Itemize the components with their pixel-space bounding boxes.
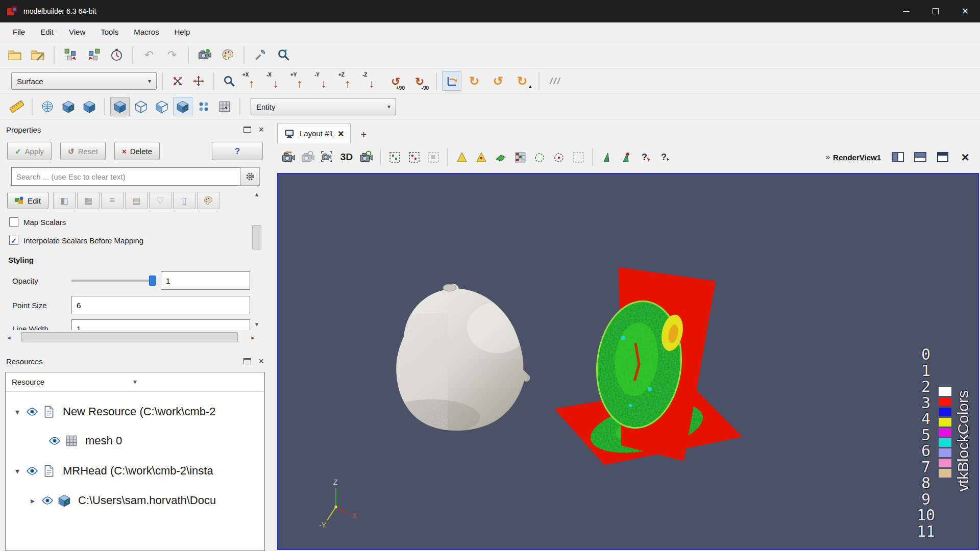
resource-label[interactable]: MRHead (C:\work\cmb-2\insta (63, 464, 213, 478)
select-cells-grid-button[interactable] (511, 148, 529, 166)
fit-data-button[interactable] (189, 71, 208, 91)
float-dock-icon[interactable] (243, 358, 251, 364)
tool-search-button[interactable] (250, 44, 271, 66)
scroll-right-icon[interactable]: ▸ (248, 334, 258, 341)
opacity-input[interactable] (161, 271, 250, 290)
select-entity-button[interactable] (215, 97, 234, 116)
timer-button[interactable] (106, 44, 127, 66)
edit-tool-table-button[interactable]: ▦ (77, 192, 100, 209)
menu-file[interactable]: File (5, 22, 33, 41)
capture-screenshot-button[interactable] (318, 148, 336, 166)
edit-tool-palette-button[interactable] (197, 192, 219, 209)
edit-button[interactable]: Edit (7, 192, 48, 209)
select-cells-rectangle-button[interactable] (385, 148, 404, 166)
select-frustum-cells-button[interactable] (424, 148, 443, 166)
visibility-eye-icon[interactable] (26, 465, 38, 477)
hover-points-query-button[interactable]: ? (656, 148, 674, 166)
reset-view-button[interactable] (168, 71, 187, 91)
open-recent-button[interactable] (27, 44, 48, 66)
search-input[interactable] (11, 167, 240, 186)
color-palette-button[interactable] (217, 44, 238, 66)
minimize-button[interactable] (891, 0, 921, 22)
menu-tools[interactable]: Tools (93, 22, 126, 41)
close-dock-icon[interactable]: × (258, 125, 264, 134)
reset-camera-button[interactable] (279, 148, 298, 166)
camera-minus-y-button[interactable]: -Y↓ (312, 71, 335, 91)
scroll-down-icon[interactable]: ▾ (255, 319, 259, 329)
menu-edit[interactable]: Edit (33, 22, 61, 41)
resource-column-header[interactable]: Resource (12, 378, 44, 386)
add-camera-button[interactable]: + (273, 44, 294, 66)
select-polygon-cells-button[interactable] (453, 148, 471, 166)
tree-row-image[interactable]: ▸ C:\Users\sam.horvath\Docu (6, 488, 264, 513)
zoom-to-box-button[interactable] (219, 71, 239, 91)
glyph-mode-button[interactable] (173, 97, 192, 116)
apply-button[interactable]: ✓Apply (7, 142, 52, 160)
open-file-button[interactable] (4, 44, 26, 66)
split-horizontal-button[interactable] (887, 148, 909, 166)
close-dock-icon[interactable]: × (258, 357, 264, 366)
render-viewport[interactable]: Z X -Y 0 1 2 3 4 5 6 7 8 9 10 11 (277, 173, 979, 550)
expander-icon[interactable]: ▾ (13, 407, 22, 417)
edit-tool-list-button[interactable]: ≡ (101, 192, 124, 209)
add-layout-tab-button[interactable]: + (355, 126, 373, 143)
map-scalars-checkbox[interactable] (9, 217, 18, 227)
head-isosurface[interactable] (383, 284, 530, 435)
select-points-rectangle-button[interactable] (405, 148, 423, 166)
orbit-pick-button[interactable]: ↻▴ (511, 71, 533, 91)
select-cells-lasso-button[interactable] (530, 148, 549, 166)
select-polygon-points-button[interactable] (472, 148, 491, 166)
scroll-left-icon[interactable]: ◂ (4, 334, 14, 341)
tree-row-new-resource[interactable]: ▾ New Resource (C:\work\cmb-2 (6, 399, 264, 424)
resource-label[interactable]: C:\Users\sam.horvath\Docu (78, 494, 216, 507)
close-button[interactable]: × (950, 0, 980, 22)
resource-label[interactable]: New Resource (C:\work\cmb-2 (63, 405, 216, 418)
chevron-down-icon[interactable]: ▾ (133, 378, 137, 386)
menu-macros[interactable]: Macros (126, 22, 166, 41)
hscroll-thumb[interactable] (21, 332, 238, 342)
menu-help[interactable]: Help (167, 22, 198, 41)
search-settings-button[interactable] (240, 167, 260, 186)
tree-row-mesh0[interactable]: mesh 0 (6, 428, 264, 454)
tree-row-mrhead[interactable]: ▾ MRHead (C:\work\cmb-2\insta (6, 458, 264, 484)
rotate-90-cw-button[interactable]: ↻-90 (408, 71, 431, 91)
entity-combo[interactable]: Entity ▾ (251, 98, 396, 115)
import-scene-button[interactable] (83, 44, 104, 66)
measure-button[interactable] (7, 97, 27, 116)
camera-plus-y-button[interactable]: +Y↑ (288, 71, 311, 91)
vscroll-thumb[interactable] (252, 225, 261, 249)
interactive-select-cells-button[interactable] (598, 148, 616, 166)
toggle-2d-3d-button[interactable]: 3D (337, 148, 356, 166)
wireframe-mode-button[interactable] (131, 97, 151, 116)
menu-view[interactable]: View (61, 22, 93, 41)
float-dock-icon[interactable] (243, 127, 251, 133)
adjust-slashes-icon[interactable]: /// (545, 76, 566, 87)
point-size-input[interactable] (71, 296, 250, 314)
show-geometry-button[interactable] (59, 97, 78, 116)
scroll-up-icon[interactable]: ▴ (255, 189, 259, 199)
toolbar-overflow-icon[interactable]: » (825, 153, 830, 162)
center-axes-toggle-button[interactable] (442, 71, 461, 91)
properties-hscrollbar[interactable]: ◂ ▸ (4, 330, 258, 344)
visibility-eye-icon[interactable] (41, 494, 54, 507)
opacity-slider[interactable] (71, 275, 156, 286)
edit-tool-favorite-button[interactable]: ♡ (149, 192, 172, 209)
reset-button[interactable]: ↺Reset (60, 142, 106, 160)
close-view-button[interactable]: × (954, 148, 976, 166)
representation-combo[interactable]: Surface ▾ (11, 72, 157, 90)
select-block-button[interactable] (492, 148, 510, 166)
visibility-eye-icon[interactable] (48, 435, 61, 447)
undo-button[interactable]: ↶ (138, 44, 160, 66)
maximize-view-button[interactable] (932, 148, 953, 166)
points-mode-button[interactable] (194, 97, 213, 116)
redo-button[interactable]: ↷ (161, 44, 183, 66)
opacity-slider-handle[interactable] (149, 276, 156, 286)
select-points-lasso-button[interactable] (550, 148, 568, 166)
zoom-to-data-button[interactable] (357, 148, 375, 166)
maximize-button[interactable] (921, 0, 950, 22)
split-vertical-button[interactable] (910, 148, 931, 166)
rotate-90-ccw-button[interactable]: ↺+90 (384, 71, 407, 91)
show-mesh-button[interactable] (38, 97, 57, 116)
layout-tab[interactable]: Layout #1 × (277, 123, 351, 143)
help-button[interactable]: ? (212, 142, 263, 160)
